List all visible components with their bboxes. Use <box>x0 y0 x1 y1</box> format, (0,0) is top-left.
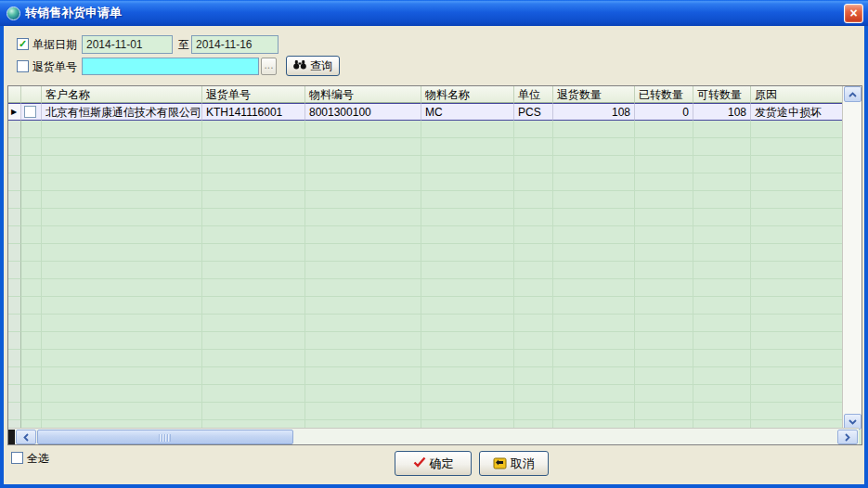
query-button[interactable]: 查询 <box>286 56 340 76</box>
empty-cell <box>514 403 553 420</box>
empty-cell <box>421 385 514 403</box>
row-indicator-cell <box>8 315 21 332</box>
horizontal-scroll-thumb[interactable] <box>37 430 293 444</box>
row-indicator-cell <box>8 367 21 385</box>
empty-cell <box>305 315 421 332</box>
scroll-right-button[interactable] <box>837 430 858 444</box>
row-indicator-cell <box>8 191 21 209</box>
vertical-scrollbar[interactable] <box>842 86 862 430</box>
empty-cell <box>202 226 305 244</box>
empty-cell <box>751 367 844 385</box>
header-customer[interactable]: 客户名称 <box>42 86 202 103</box>
return-no-input[interactable] <box>82 58 259 75</box>
empty-rows-container <box>8 121 844 430</box>
empty-cell <box>751 191 844 209</box>
empty-cell <box>693 332 751 350</box>
empty-cell <box>553 367 635 385</box>
empty-cell <box>553 226 635 244</box>
cell-transferred-qty[interactable]: 0 <box>635 103 693 121</box>
empty-cell <box>514 121 553 138</box>
empty-cell <box>751 173 844 191</box>
empty-cell <box>305 191 421 209</box>
empty-cell <box>21 350 42 367</box>
empty-cell <box>553 315 635 332</box>
empty-cell <box>693 279 751 297</box>
table-row-empty <box>8 173 844 191</box>
cancel-button[interactable]: 取消 <box>479 451 549 476</box>
date-to-field[interactable]: 2014-11-16 <box>191 35 279 54</box>
empty-cell <box>514 191 553 209</box>
empty-cell <box>514 173 553 191</box>
title-bar[interactable]: 转销售补货申请单 × <box>0 0 868 26</box>
header-return-qty[interactable]: 退货数量 <box>553 86 635 103</box>
header-material-name[interactable]: 物料名称 <box>421 86 514 103</box>
dialog-window: 转销售补货申请单 × ✓ 单据日期 2014-11-01 至 2014-11-1… <box>0 0 868 488</box>
empty-cell <box>305 332 421 350</box>
empty-cell <box>693 350 751 367</box>
close-button[interactable]: × <box>844 4 863 23</box>
table-row-empty <box>8 191 844 209</box>
table-row-empty <box>8 138 844 156</box>
empty-cell <box>514 209 553 226</box>
header-material-no[interactable]: 物料编号 <box>305 86 421 103</box>
empty-cell <box>693 244 751 262</box>
empty-cell <box>202 403 305 420</box>
empty-cell <box>553 121 635 138</box>
empty-cell <box>635 403 693 420</box>
empty-cell <box>305 385 421 403</box>
cell-customer[interactable]: 北京有恒斯康通信技术有限公司 <box>42 103 202 121</box>
empty-cell <box>202 121 305 138</box>
grid-corner-box <box>8 430 15 444</box>
date-from-field[interactable]: 2014-11-01 <box>82 35 173 54</box>
empty-cell <box>21 262 42 279</box>
empty-cell <box>553 138 635 156</box>
scroll-up-button[interactable] <box>844 86 862 102</box>
empty-cell <box>21 279 42 297</box>
row-checkbox[interactable] <box>24 106 36 118</box>
empty-cell <box>21 385 42 403</box>
grid-body: ▶ 北京有恒斯康通信技术有限公司 KTH141116001 8001300100… <box>8 103 844 430</box>
empty-cell <box>553 191 635 209</box>
empty-cell <box>305 121 421 138</box>
empty-cell <box>635 121 693 138</box>
cell-return-qty[interactable]: 108 <box>553 103 635 121</box>
empty-cell <box>421 156 514 173</box>
empty-cell <box>751 244 844 262</box>
empty-cell <box>21 226 42 244</box>
empty-cell <box>42 156 202 173</box>
row-indicator-cell <box>8 138 21 156</box>
empty-cell <box>202 244 305 262</box>
empty-cell <box>421 244 514 262</box>
cell-material-name[interactable]: MC <box>421 103 514 121</box>
cell-unit[interactable]: PCS <box>514 103 553 121</box>
row-indicator-cell <box>8 385 21 403</box>
cell-reason[interactable]: 发货途中损坏 <box>751 103 844 121</box>
header-unit[interactable]: 单位 <box>514 86 553 103</box>
empty-cell <box>635 332 693 350</box>
table-row[interactable]: ▶ 北京有恒斯康通信技术有限公司 KTH141116001 8001300100… <box>8 103 844 121</box>
empty-cell <box>635 156 693 173</box>
header-reason[interactable]: 原因 <box>751 86 844 103</box>
return-no-filter-checkbox[interactable] <box>17 60 29 72</box>
header-transferred-qty[interactable]: 已转数量 <box>635 86 693 103</box>
date-filter-checkbox[interactable]: ✓ <box>17 38 29 50</box>
empty-cell <box>553 244 635 262</box>
header-transferable-qty[interactable]: 可转数量 <box>693 86 751 103</box>
header-return-no[interactable]: 退货单号 <box>202 86 305 103</box>
cell-return-no[interactable]: KTH141116001 <box>202 103 305 121</box>
empty-cell <box>635 191 693 209</box>
select-all-checkbox[interactable] <box>11 452 23 464</box>
empty-cell <box>21 244 42 262</box>
row-select-cell[interactable] <box>21 103 42 121</box>
empty-cell <box>635 279 693 297</box>
empty-cell <box>553 279 635 297</box>
scroll-left-button[interactable] <box>16 430 36 444</box>
empty-cell <box>42 297 202 315</box>
ok-button[interactable]: 确定 <box>395 451 472 476</box>
horizontal-scrollbar[interactable] <box>8 428 859 444</box>
cell-material-no[interactable]: 8001300100 <box>305 103 421 121</box>
cell-transferable-qty[interactable]: 108 <box>693 103 751 121</box>
browse-button[interactable]: ... <box>261 58 277 75</box>
row-pointer-icon: ▶ <box>8 103 21 121</box>
row-indicator-cell <box>8 403 21 420</box>
